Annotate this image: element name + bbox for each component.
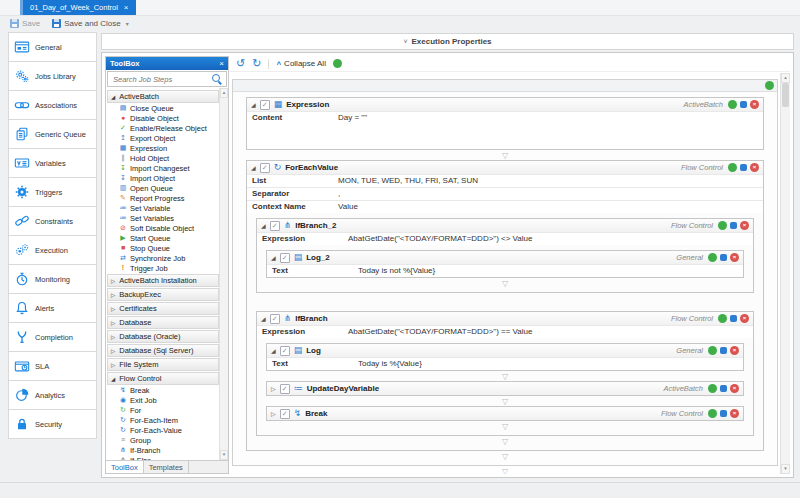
sidebar-item-alerts[interactable]: Alerts xyxy=(8,293,97,323)
scroll-down-icon[interactable]: ▼ xyxy=(220,450,228,460)
toolbox-group-database-sql-server[interactable]: ▷Database (Sql Server) xyxy=(107,344,219,357)
comment-icon[interactable] xyxy=(728,163,737,172)
comment-icon[interactable] xyxy=(728,100,737,109)
delete-step-icon[interactable]: × xyxy=(730,346,739,355)
step-enabled-checkbox[interactable]: ✓ xyxy=(260,100,270,110)
collapse-arrow-icon[interactable]: ◢ xyxy=(251,101,256,108)
breakpoint-icon[interactable] xyxy=(730,315,737,322)
step-enabled-checkbox[interactable]: ✓ xyxy=(270,314,280,324)
toolbox-group-flow-control[interactable]: ◢Flow Control xyxy=(107,372,219,385)
sidebar-item-general[interactable]: General xyxy=(8,32,97,62)
toolbox-item[interactable]: !Trigger Job xyxy=(107,263,219,273)
sidebar-item-triggers[interactable]: Triggers xyxy=(8,177,97,207)
toolbox-item[interactable]: ⇄Synchronize Job xyxy=(107,253,219,263)
drop-target-chevron[interactable]: ▽ xyxy=(232,466,778,474)
step-enabled-checkbox[interactable]: ✓ xyxy=(260,163,270,173)
delete-step-icon[interactable]: × xyxy=(730,384,739,393)
comment-icon[interactable] xyxy=(718,221,727,230)
step-ifbranch-2-header[interactable]: ◢ ✓ ⋔ IfBranch_2 Flow Control xyxy=(257,219,753,232)
toolbox-group-activebatch[interactable]: ◢ActiveBatch xyxy=(107,90,219,103)
toolbox-item[interactable]: ↯Break xyxy=(107,385,219,395)
step-enabled-checkbox[interactable]: ✓ xyxy=(280,409,290,419)
delete-step-icon[interactable]: × xyxy=(750,100,759,109)
save-button[interactable]: Save xyxy=(10,19,40,28)
toolbox-item[interactable]: ●Disable Object xyxy=(107,113,219,123)
delete-step-icon[interactable]: × xyxy=(740,314,749,323)
expand-arrow-icon[interactable]: ▷ xyxy=(271,385,276,392)
sidebar-item-sla[interactable]: SLA xyxy=(8,351,97,381)
toolbox-item[interactable]: ↧Import Object xyxy=(107,173,219,183)
sidebar-item-associations[interactable]: Associations xyxy=(8,90,97,120)
drop-target-chevron[interactable]: ▽ xyxy=(246,150,764,160)
sidebar-item-execution[interactable]: Execution xyxy=(8,235,97,265)
toolbox-item[interactable]: ↧Import Changeset xyxy=(107,163,219,173)
step-log-header[interactable]: ◢ ✓ ▤ Log General xyxy=(267,344,743,357)
content-value[interactable]: Day = "" xyxy=(334,112,763,122)
delete-step-icon[interactable]: × xyxy=(730,409,739,418)
collapse-arrow-icon[interactable]: ◢ xyxy=(271,347,276,354)
breakpoint-icon[interactable] xyxy=(720,254,727,261)
sidebar-item-monitoring[interactable]: Monitoring xyxy=(8,264,97,294)
step-enabled-checkbox[interactable]: ✓ xyxy=(280,253,290,263)
toolbox-item[interactable]: ≔Set Variable xyxy=(107,203,219,213)
toolbox-group-certificates[interactable]: ▷Certificates xyxy=(107,302,219,315)
scroll-down-icon[interactable]: ▼ xyxy=(781,464,790,474)
collapse-arrow-icon[interactable]: ◢ xyxy=(261,315,266,322)
toolbox-item[interactable]: ⊘Soft Disable Object xyxy=(107,223,219,233)
step-ifbranch-header[interactable]: ◢ ✓ ⋔ IfBranch Flow Control × xyxy=(257,312,753,325)
sidebar-item-jobs-library[interactable]: Jobs Library xyxy=(8,61,97,91)
sidebar-item-analytics[interactable]: Analytics xyxy=(8,380,97,410)
expression-value[interactable]: AbatGetDate("<TODAY/FORMAT=DDD>") == Val… xyxy=(344,326,753,336)
scrollbar-thumb[interactable] xyxy=(782,83,789,107)
delete-step-icon[interactable]: × xyxy=(730,253,739,262)
drop-target-chevron[interactable]: ▽ xyxy=(256,436,754,446)
step-break-header[interactable]: ▷ ✓ ↯ Break Flow Control xyxy=(267,407,743,420)
toolbox-close-icon[interactable]: × xyxy=(219,59,224,68)
breakpoint-icon[interactable] xyxy=(730,222,737,229)
expression-value[interactable]: AbatGetDate("<TODAY/FORMAT=DDD>") <> Val… xyxy=(344,233,753,243)
sidebar-item-completion[interactable]: Completion xyxy=(8,322,97,352)
comment-icon[interactable] xyxy=(718,314,727,323)
toolbox-item[interactable]: ✓Enable/Release Object xyxy=(107,123,219,133)
tab-close-icon[interactable]: × xyxy=(124,4,129,12)
drop-target-chevron[interactable]: ▽ xyxy=(246,451,764,461)
toolbox-item[interactable]: ↻For xyxy=(107,405,219,415)
list-value[interactable]: MON, TUE, WED, THU, FRI, SAT, SUN xyxy=(334,175,763,185)
step-updatedayvariable-header[interactable]: ▷ ✓ ≔ UpdateDayVariable ActiveBatch xyxy=(267,382,743,395)
save-and-close-button[interactable]: Save and Close ▾ xyxy=(52,19,129,28)
comment-icon[interactable] xyxy=(708,384,717,393)
toolbox-item[interactable]: ≡Group xyxy=(107,435,219,445)
delete-step-icon[interactable]: × xyxy=(740,221,749,230)
delete-step-icon[interactable]: × xyxy=(750,163,759,172)
drop-target-chevron[interactable]: ▽ xyxy=(266,421,744,431)
execution-properties-header[interactable]: ˅ Execution Properties xyxy=(101,33,794,50)
text-value[interactable]: Today is not %{Value} xyxy=(354,265,743,275)
collapse-arrow-icon[interactable]: ◢ xyxy=(261,222,266,229)
breakpoint-icon[interactable] xyxy=(720,410,727,417)
search-input[interactable] xyxy=(111,74,212,85)
breakpoint-icon[interactable] xyxy=(720,385,727,392)
sidebar-item-variables[interactable]: Variables xyxy=(8,148,97,178)
toolbox-item[interactable]: ≔Set Variables xyxy=(107,213,219,223)
redo-button[interactable]: ↻ xyxy=(252,58,261,69)
toolbox-item[interactable]: ⋔If-Branch xyxy=(107,445,219,455)
context-name-value[interactable]: Value xyxy=(334,201,763,211)
toolbox-item[interactable]: ↻For-Each-Value xyxy=(107,425,219,435)
toolbox-item[interactable]: ∥Hold Object xyxy=(107,153,219,163)
toolbox-item[interactable]: ▥Open Queue xyxy=(107,183,219,193)
comment-icon[interactable] xyxy=(708,409,717,418)
scroll-up-icon[interactable]: ▲ xyxy=(220,88,228,98)
tab-templates[interactable]: Templates xyxy=(144,461,189,473)
breakpoint-icon[interactable] xyxy=(740,164,747,171)
document-tab[interactable]: 01_Day_of_Week_Control × xyxy=(20,0,136,15)
text-value[interactable]: Today is %{Value} xyxy=(354,358,743,368)
tab-toolbox[interactable]: ToolBox xyxy=(106,461,144,473)
toolbox-group-file-system[interactable]: ▷File System xyxy=(107,358,219,371)
step-enabled-checkbox[interactable]: ✓ xyxy=(280,384,290,394)
drop-target-chevron[interactable]: ▽ xyxy=(266,278,744,288)
collapse-arrow-icon[interactable]: ◢ xyxy=(271,254,276,261)
comment-icon[interactable] xyxy=(708,253,717,262)
step-log-2-header[interactable]: ◢ ✓ ▤ Log_2 General xyxy=(267,251,743,264)
toolbox-scrollbar[interactable]: ▲ ▼ xyxy=(219,88,228,460)
sidebar-item-constraints[interactable]: Constraints xyxy=(8,206,97,236)
